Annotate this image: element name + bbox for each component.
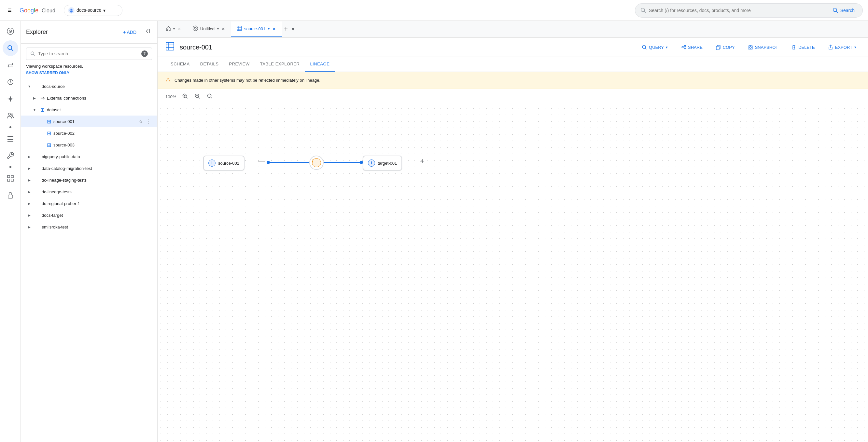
source-002-star[interactable]: ☆ — [138, 130, 144, 136]
wrench-rail-button[interactable] — [3, 148, 18, 163]
tree-item-dc-lineage-staging[interactable]: ▶ dc-lineage-staging-tests ★ ⋮ — [21, 174, 157, 186]
source-002-more[interactable]: ⋮ — [144, 130, 152, 137]
tab-home[interactable]: ▾ ✕ — [160, 22, 187, 37]
dc-regional-icon — [34, 200, 40, 207]
zoom-in-button[interactable] — [180, 91, 190, 102]
dc-lineage-staging-star[interactable]: ★ — [138, 177, 144, 183]
expand-left-button[interactable]: — — [258, 157, 265, 165]
docs-source-more[interactable]: ⋮ — [144, 83, 152, 90]
data-catalog-label: data-catalog-migration-test — [42, 166, 137, 171]
copy-btn-icon — [716, 44, 721, 50]
help-icon[interactable]: ? — [141, 51, 148, 57]
tree-item-source-002[interactable]: ⊞ source-002 ☆ ⋮ — [21, 127, 157, 139]
tree-item-data-catalog[interactable]: ▶ data-catalog-migration-test ★ ⋮ — [21, 162, 157, 174]
dc-lineage-staging-more[interactable]: ⋮ — [144, 177, 152, 184]
delete-button[interactable]: DELETE — [787, 42, 819, 53]
export-button[interactable]: EXPORT ▾ — [824, 42, 860, 53]
tree-item-dataset[interactable]: ▼ ⊞ dataset ☆ ⋮ — [21, 104, 157, 116]
toggle-source-003 — [38, 141, 44, 148]
zoom-reset-button[interactable] — [205, 91, 215, 102]
dc-regional-star[interactable]: ★ — [138, 200, 144, 207]
dc-regional-more[interactable]: ⋮ — [144, 200, 152, 207]
dataset-more[interactable]: ⋮ — [144, 106, 152, 114]
untitled-tab-label: Untitled — [200, 26, 215, 31]
tree-item-external-connections[interactable]: ▶ ⇒ External connections ⋮ — [21, 92, 157, 104]
docs-target-more[interactable]: ⋮ — [144, 212, 152, 219]
source-001-info-icon: i — [208, 159, 216, 167]
dc-lineage-tests-star[interactable]: ★ — [138, 188, 144, 195]
data-catalog-more[interactable]: ⋮ — [144, 165, 152, 172]
lineage-node-target-001[interactable]: i target-001 — [363, 156, 402, 170]
bigquery-more[interactable]: ⋮ — [144, 153, 152, 160]
history-rail-button[interactable] — [3, 74, 18, 90]
collapse-button[interactable] — [142, 26, 152, 38]
dropdown-icon: ▾ — [103, 8, 105, 13]
bigquery-star[interactable]: ★ — [138, 153, 144, 160]
tab-details[interactable]: DETAILS — [195, 57, 224, 72]
people-rail-button[interactable] — [3, 108, 18, 124]
external-connections-more[interactable]: ⋮ — [144, 94, 152, 102]
svg-point-4 — [70, 11, 72, 12]
dc-lineage-tests-icon — [34, 188, 40, 195]
source-001-star[interactable]: ☆ — [138, 118, 144, 125]
analytics-rail-button[interactable] — [3, 24, 18, 39]
zoom-out-button[interactable] — [192, 91, 202, 102]
source-001-more[interactable]: ⋮ — [144, 118, 152, 125]
lineage-canvas[interactable]: i source-001 — i — [158, 105, 868, 442]
source-001-tab-close[interactable]: ✕ — [272, 26, 277, 32]
tab-source-001[interactable]: source-001 ▾ ✕ — [231, 22, 282, 37]
svg-point-44 — [682, 46, 683, 48]
tree-item-docs-source[interactable]: ▼ docs-source ☆ ⋮ — [21, 81, 157, 92]
emilsroka-more[interactable]: ⋮ — [144, 223, 152, 231]
home-tab-dropdown[interactable]: ▾ — [173, 27, 175, 31]
tab-untitled[interactable]: Untitled ▾ ✕ — [187, 22, 231, 37]
sparkle-rail-button[interactable] — [3, 91, 18, 107]
copy-button[interactable]: COPY — [712, 42, 739, 53]
svg-point-11 — [10, 31, 11, 32]
transfer-rail-button[interactable] — [3, 57, 18, 73]
menu-button[interactable]: ☰ — [5, 5, 14, 15]
add-button[interactable]: + ADD — [121, 28, 139, 37]
toggle-docs-source: ▼ — [26, 83, 33, 90]
search-button[interactable]: Search — [830, 6, 857, 14]
tab-more-button[interactable]: ▾ — [290, 24, 296, 34]
docs-target-star[interactable]: ★ — [138, 212, 144, 218]
lock-rail-button[interactable] — [3, 187, 18, 203]
list-rail-button[interactable] — [3, 131, 18, 147]
tab-schema[interactable]: SCHEMA — [165, 57, 195, 72]
tab-table-explorer[interactable]: TABLE EXPLORER — [255, 57, 305, 72]
docs-source-star[interactable]: ☆ — [138, 83, 144, 90]
tree-item-dc-regional[interactable]: ▶ dc-regional-prober-1 ★ ⋮ — [21, 197, 157, 209]
data-catalog-star[interactable]: ★ — [138, 165, 144, 171]
source-001-tab-dropdown[interactable]: ▾ — [268, 27, 270, 31]
google-cloud-logo[interactable]: Google Cloud — [20, 4, 59, 17]
source-003-more[interactable]: ⋮ — [144, 141, 152, 149]
tab-lineage[interactable]: LINEAGE — [305, 57, 335, 72]
tree-item-dc-lineage-tests[interactable]: ▶ dc-lineage-tests ★ ⋮ — [21, 186, 157, 197]
lineage-process-node[interactable]: i — [309, 156, 323, 170]
search-input[interactable] — [649, 8, 827, 13]
tree-item-bigquery-public-data[interactable]: ▶ bigquery-public-data ★ ⋮ — [21, 151, 157, 162]
tree-item-docs-target[interactable]: ▶ docs-target ★ ⋮ — [21, 209, 157, 221]
project-selector[interactable]: docs-source ▾ — [64, 5, 122, 16]
tab-preview[interactable]: PREVIEW — [224, 57, 255, 72]
tree-item-source-001[interactable]: ⊞ source-001 ☆ ⋮ — [21, 116, 157, 127]
untitled-tab-close[interactable]: ✕ — [221, 26, 226, 32]
emilsroka-star[interactable]: ★ — [138, 224, 144, 230]
untitled-tab-dropdown[interactable]: ▾ — [217, 27, 219, 31]
tree-item-emilsroka[interactable]: ▶ emilsroka-test ★ ⋮ — [21, 221, 157, 233]
tree-item-source-003[interactable]: ⊞ source-003 ☆ ⋮ — [21, 139, 157, 151]
new-tab-button[interactable]: + — [282, 24, 290, 35]
expand-right-button[interactable]: + — [420, 157, 425, 166]
explorer-search-input[interactable] — [38, 51, 139, 56]
query-button[interactable]: QUERY ▾ — [638, 42, 672, 53]
search-rail-button[interactable] — [3, 40, 18, 56]
show-starred-link[interactable]: SHOW STARRED ONLY — [26, 71, 69, 75]
dc-lineage-tests-more[interactable]: ⋮ — [144, 188, 152, 196]
dataset-star[interactable]: ☆ — [138, 106, 144, 113]
share-button[interactable]: SHARE — [677, 42, 707, 53]
lineage-node-source-001[interactable]: i source-001 — [203, 156, 245, 170]
source-003-star[interactable]: ☆ — [138, 141, 144, 148]
grid-rail-button[interactable] — [3, 170, 18, 186]
snapshot-button[interactable]: SNAPSHOT — [744, 42, 782, 53]
